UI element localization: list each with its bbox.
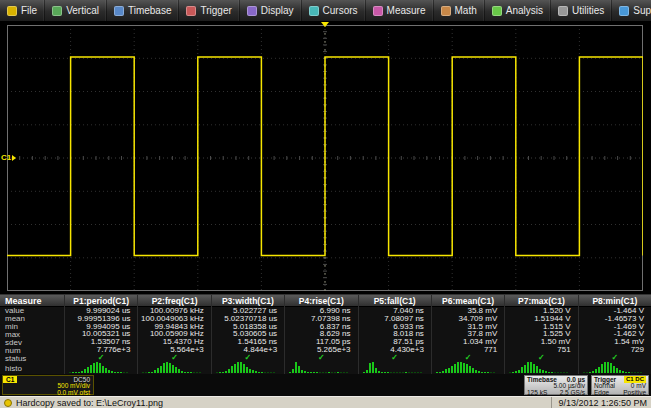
histo-bar [267, 372, 269, 373]
histo-bar [631, 372, 633, 373]
menu-item-cursors[interactable]: Cursors [302, 0, 366, 21]
histo-bar [387, 372, 389, 373]
measure-column-header[interactable]: P6:mean(C1) [432, 295, 504, 307]
trigger-descriptor[interactable]: Trigger C1 DC Normal 0 mV Edge Positive [591, 375, 649, 395]
measure-num: 771 [432, 346, 504, 354]
measure-column-header[interactable]: P8:min(C1) [579, 295, 651, 307]
histo-bar [527, 362, 529, 373]
histo-bar [187, 372, 189, 373]
measure-column-header[interactable]: P4:rise(C1) [285, 295, 357, 307]
measure-column-header[interactable]: P2:freq(C1) [138, 295, 210, 307]
menu-item-support[interactable]: Support [612, 0, 651, 21]
measure-column-p7[interactable]: P7:max(C1)1.520 V1.51944 V1.515 V1.525 V… [504, 295, 577, 374]
measure-icon [373, 6, 383, 16]
histo-bar [372, 362, 374, 373]
histo-bar [193, 372, 195, 373]
measure-num: 4.844e+3 [212, 346, 284, 354]
menu-item-measure[interactable]: Measure [366, 0, 434, 21]
histo-bar [363, 372, 365, 373]
histo-bar [408, 372, 410, 373]
histo-bar [598, 367, 600, 373]
menu-item-file[interactable]: File [0, 0, 45, 21]
histo-bar [273, 372, 275, 373]
menu-item-utilities[interactable]: Utilities [551, 0, 612, 21]
histo-bar [417, 372, 419, 373]
histo-bar [640, 372, 642, 373]
measure-max: 5.030605 us [212, 330, 284, 338]
histo-bar [292, 369, 294, 373]
c1-zero-level-marker[interactable]: C1 [1, 153, 16, 162]
histo-bar [264, 372, 266, 373]
histo-bar [126, 372, 128, 373]
histo-bar [228, 369, 230, 373]
measure-sdev: 1.54 mV [579, 338, 651, 346]
histo-bar [533, 364, 535, 373]
measure-column-p3[interactable]: P3:width(C1)5.022727 us5.02370718 us5.01… [211, 295, 284, 374]
measure-column-p6[interactable]: P6:mean(C1)35.8 mV34.709 mV31.5 mV37.8 m… [431, 295, 504, 374]
measure-num: 4.430e+3 [359, 346, 431, 354]
channel-c1-tab[interactable]: C1 [3, 376, 17, 383]
histo-bar [222, 372, 224, 373]
menu-item-label: Math [455, 5, 477, 16]
menu-item-timebase[interactable]: Timebase [107, 0, 180, 21]
timebase-descriptor[interactable]: Timebase 0.0 µs 5.00 µs/div 125 kS 2.5 G… [524, 375, 588, 395]
file-icon [7, 6, 17, 16]
measure-column-header[interactable]: P1:period(C1) [65, 295, 137, 307]
histo-bar [625, 372, 627, 373]
histo-bar [469, 366, 471, 373]
histo-bar [69, 372, 71, 373]
histo-bar [436, 372, 438, 373]
histo-bar [399, 372, 401, 373]
measure-value: 35.8 mV [432, 307, 504, 315]
cursors-icon [309, 6, 319, 16]
menu-item-display[interactable]: Display [240, 0, 302, 21]
measure-column-p8[interactable]: P8:min(C1)-1.464 V-1.46573 V-1.469 V-1.4… [578, 295, 651, 374]
measure-column-header[interactable]: P5:fall(C1) [359, 295, 431, 307]
status-check-icon: ✓ [579, 354, 651, 362]
menu-item-trigger[interactable]: Trigger [179, 0, 239, 21]
measure-column-p5[interactable]: P5:fall(C1)7.040 ns7.08097 ns6.933 ns8.0… [358, 295, 431, 374]
histo-bar [243, 364, 245, 373]
menu-item-vertical[interactable]: Vertical [45, 0, 107, 21]
histo-bar [114, 372, 116, 373]
channel-c1-descriptor[interactable]: C1 DC50 500 mV/div 0.0 mV ofst [2, 375, 94, 395]
histo-bar [393, 372, 395, 373]
histo-bar [289, 372, 291, 373]
measure-num: 751 [505, 346, 577, 354]
measure-sdev: 1.50 mV [505, 338, 577, 346]
histo-bar [343, 372, 345, 373]
histo-bar [381, 372, 383, 373]
histo-bar [411, 372, 413, 373]
measure-min: 1.515 V [505, 323, 577, 331]
histo-bar [592, 371, 594, 373]
histo-bar [249, 369, 251, 373]
histo-bar [445, 369, 447, 373]
histo-bar [515, 371, 517, 373]
histo-bar [148, 372, 150, 373]
descriptor-spacer [97, 375, 521, 395]
menu-item-analysis[interactable]: Analysis [485, 0, 551, 21]
measure-column-p1[interactable]: P1:period(C1)9.999024 us9.99951396 us9.9… [64, 295, 137, 374]
measure-column-header[interactable]: P3:width(C1) [212, 295, 284, 307]
descriptor-row: C1 DC50 500 mV/div 0.0 mV ofst Timebase … [0, 374, 651, 396]
histo-bar [454, 364, 456, 373]
measure-num: 729 [579, 346, 651, 354]
waveform-display-area[interactable]: C1 [0, 22, 651, 294]
histo-bar [261, 372, 263, 373]
status-check-icon: ✓ [285, 354, 357, 362]
histo-bar [331, 372, 333, 373]
histo-bar [346, 372, 348, 373]
histo-bar [610, 363, 612, 373]
measure-mean: -1.46573 V [579, 315, 651, 323]
histo-bar [607, 362, 609, 373]
histo-bar [316, 372, 318, 373]
histo-bar [601, 364, 603, 373]
menu-item-math[interactable]: Math [434, 0, 485, 21]
measure-column-p4[interactable]: P4:rise(C1)6.990 ns7.07398 ns6.837 ns8.6… [284, 295, 357, 374]
measure-column-header[interactable]: P7:max(C1) [505, 295, 577, 307]
trigger-position-marker[interactable] [321, 22, 329, 27]
status-message: Hardcopy saved to: E:\LeCroy11.png [16, 398, 163, 408]
histo-bar [518, 370, 520, 373]
measure-column-p2[interactable]: P2:freq(C1)100.00976 kHz100.0049063 kHz9… [137, 295, 210, 374]
measure-max: 8.018 ns [359, 330, 431, 338]
